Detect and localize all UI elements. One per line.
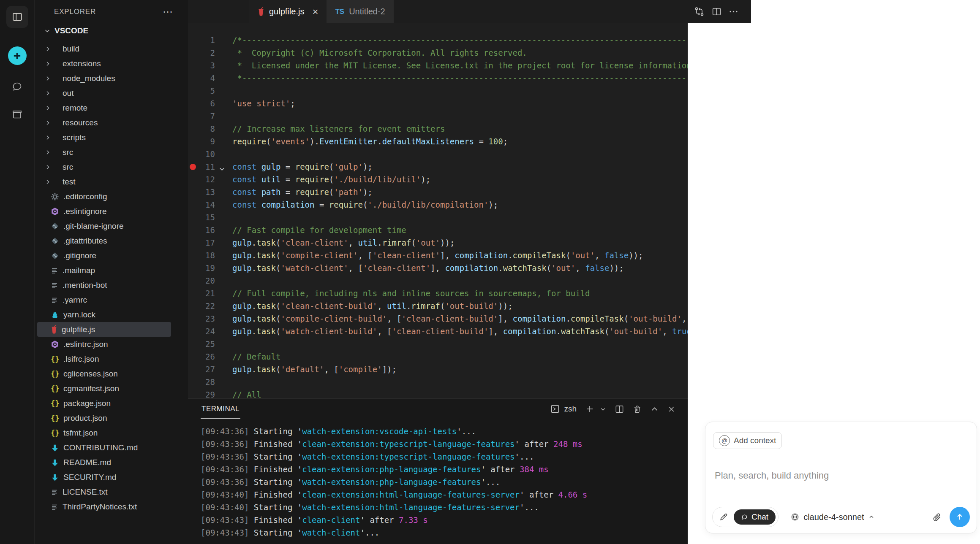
close-panel-button[interactable]: [667, 405, 676, 414]
model-selector[interactable]: claude-4-sonnet: [790, 512, 874, 522]
line-number: 11: [197, 160, 215, 173]
tree-root-vscode[interactable]: VSCODE: [35, 23, 188, 38]
tree-folder-test[interactable]: test: [37, 174, 171, 189]
terminal-line: [09:43:43] Starting 'watch-client'...: [188, 526, 688, 539]
pen-icon[interactable]: [719, 512, 728, 522]
chat-input-card: @ Add context Plan, search, build anythi…: [705, 422, 977, 533]
terminal-panel[interactable]: TERMINAL zsh: [188, 398, 688, 544]
tree-item-label: scripts: [63, 133, 86, 142]
gutter: 15: [188, 211, 232, 224]
tab-Untitled-2[interactable]: TSUntitled-2: [327, 0, 393, 23]
terminal-box-icon: [550, 404, 560, 414]
tree-folder-out[interactable]: out: [37, 86, 171, 100]
tree-file-package.json[interactable]: {}package.json: [37, 396, 171, 411]
maximize-panel-button[interactable]: [650, 405, 659, 414]
code-editor[interactable]: 1/*-------------------------------------…: [188, 23, 688, 398]
chat-bubble-icon: [11, 81, 23, 92]
code-text: gulp.task('watch-client', ['clean-client…: [232, 262, 688, 274]
tree-folder-node_modules[interactable]: node_modules: [37, 71, 171, 86]
tree-file-.yarnrc[interactable]: .yarnrc: [37, 292, 171, 307]
mode-selector[interactable]: Chat: [712, 507, 779, 527]
chat-mode-pill[interactable]: Chat: [734, 509, 776, 525]
md-icon: [51, 458, 59, 467]
gutter: 1: [188, 34, 232, 46]
eslint-icon: [51, 207, 59, 216]
code-text: gulp.task('watch-client-build', ['clean-…: [232, 325, 688, 338]
chevron-right-icon: [44, 164, 51, 171]
split-terminal-button[interactable]: [615, 404, 624, 414]
tree-folder-src[interactable]: src: [37, 160, 171, 174]
tree-item-label: .gitignore: [63, 251, 96, 260]
tree-folder-resources[interactable]: resources: [37, 115, 171, 130]
code-area: 1/*-------------------------------------…: [188, 34, 688, 398]
add-context-chip[interactable]: @ Add context: [713, 432, 782, 449]
send-button[interactable]: [950, 507, 970, 527]
tree-file-CONTRIBUTING.md[interactable]: CONTRIBUTING.md: [37, 440, 171, 455]
chevron-right-icon: [44, 75, 51, 82]
tree-file-.mention-bot[interactable]: .mention-bot: [37, 278, 171, 292]
tree-file-yarn.lock[interactable]: yarn.lock: [37, 307, 171, 322]
tree-file-SECURITY.md[interactable]: SECURITY.md: [37, 470, 171, 484]
tree-item-label: test: [63, 177, 76, 187]
code-line: 25: [188, 338, 688, 350]
editor-group: gulpfile.js×TSUntitled-2 1/*------------…: [188, 0, 688, 544]
tree-folder-scripts[interactable]: scripts: [37, 130, 171, 145]
code-text: const compilation = require('./build/lib…: [232, 198, 688, 211]
tree-file-.eslintignore[interactable]: .eslintignore: [37, 204, 171, 219]
json-braces-icon: {}: [51, 414, 59, 422]
tab-gulpfile.js[interactable]: gulpfile.js×: [249, 0, 327, 23]
gutter: 2: [188, 46, 232, 59]
tree-folder-build[interactable]: build: [37, 41, 171, 56]
editor-more-actions-icon[interactable]: [728, 6, 739, 17]
tree-file-ThirdPartyNotices.txt[interactable]: ThirdPartyNotices.txt: [37, 499, 171, 514]
compare-changes-button[interactable]: [694, 6, 705, 17]
code-text: gulp.task('clean-client', util.rimraf('o…: [232, 236, 688, 249]
archive-button[interactable]: [11, 108, 23, 120]
tree-item-label: .editorconfig: [63, 192, 107, 201]
terminal-line: [09:43:36] Starting 'watch-extension:php…: [188, 476, 688, 488]
kill-terminal-button[interactable]: [632, 404, 642, 414]
gutter: 28: [188, 376, 232, 388]
file-tree: buildextensionsnode_modulesoutremotereso…: [35, 38, 188, 514]
terminal-tab[interactable]: TERMINAL: [201, 405, 240, 413]
code-line: 8// Increase max listeners for event emi…: [188, 122, 688, 135]
chat-input[interactable]: Plan, search, build anything: [715, 470, 969, 481]
new-chat-button[interactable]: +: [8, 46, 27, 65]
typescript-icon: TS: [335, 8, 344, 16]
terminal-shell-selector[interactable]: zsh: [550, 404, 577, 414]
tree-file-.gitignore[interactable]: .gitignore: [37, 248, 171, 263]
tree-file-.editorconfig[interactable]: .editorconfig: [37, 189, 171, 204]
chat-history-button[interactable]: [11, 81, 23, 92]
tree-file-cgmanifest.json[interactable]: {}cgmanifest.json: [37, 381, 171, 396]
tree-file-README.md[interactable]: README.md: [37, 455, 171, 470]
split-editor-button[interactable]: [711, 6, 722, 17]
chevron-right-icon: [44, 149, 51, 156]
tree-file-.mailmap[interactable]: .mailmap: [37, 263, 171, 278]
chevron-right-icon: [44, 46, 51, 52]
tree-file-LICENSE.txt[interactable]: LICENSE.txt: [37, 484, 171, 499]
toggle-sidebar-button[interactable]: [6, 6, 28, 28]
tree-file-product.json[interactable]: {}product.json: [37, 411, 171, 425]
tree-file-.git-blame-ignore[interactable]: .git-blame-ignore: [37, 219, 171, 233]
json-braces-icon: {}: [51, 429, 59, 437]
explorer-sidebar: EXPLORER ⋯ VSCODE buildextensionsnode_mo…: [35, 0, 188, 544]
tree-file-gulpfile.js[interactable]: gulpfile.js: [37, 322, 171, 337]
tree-file-tsfmt.json[interactable]: {}tsfmt.json: [37, 425, 171, 440]
attach-file-button[interactable]: [932, 512, 942, 522]
tree-file-.gitattributes[interactable]: .gitattributes: [37, 233, 171, 248]
gutter: 7: [188, 110, 232, 122]
tree-item-label: build: [63, 44, 79, 54]
explorer-more-actions-icon[interactable]: ⋯: [163, 10, 174, 14]
new-terminal-button[interactable]: [585, 404, 595, 414]
terminal-dropdown-chevron-icon[interactable]: [599, 406, 607, 413]
tree-file-.eslintrc.json[interactable]: .eslintrc.json: [37, 337, 171, 352]
tree-file-.lsifrc.json[interactable]: {}.lsifrc.json: [37, 352, 171, 366]
tree-folder-src[interactable]: src: [37, 145, 171, 160]
json-braces-icon: {}: [51, 384, 59, 393]
close-tab-icon[interactable]: ×: [312, 6, 318, 18]
tree-item-label: cgmanifest.json: [63, 384, 119, 393]
tree-file-cglicenses.json[interactable]: {}cglicenses.json: [37, 366, 171, 381]
tree-folder-remote[interactable]: remote: [37, 100, 171, 115]
tree-folder-extensions[interactable]: extensions: [37, 56, 171, 71]
code-text: require('events').EventEmitter.defaultMa…: [232, 135, 688, 148]
